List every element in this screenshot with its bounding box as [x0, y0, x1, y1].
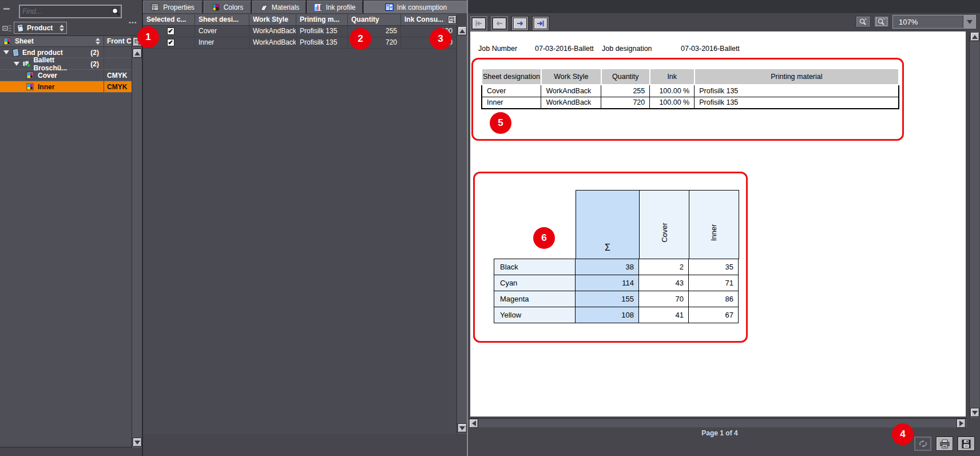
tree-scrollbar[interactable] — [132, 36, 142, 448]
first-page-button[interactable] — [470, 16, 487, 31]
tab-materials[interactable]: Materials — [252, 1, 306, 13]
tab-colors[interactable]: Colors — [204, 1, 251, 13]
tree-header[interactable]: Sheet Front C — [0, 36, 132, 47]
annotation-box-ink — [473, 172, 748, 343]
find-box[interactable] — [19, 5, 122, 18]
cmyk-sheet-icon — [26, 83, 35, 90]
annotation-circle-2: 2 — [350, 28, 371, 50]
zoom-level-select[interactable]: 107% — [892, 15, 976, 29]
column-header[interactable]: Selected c... — [143, 14, 195, 25]
refresh-icon — [918, 439, 928, 448]
tree-item-count: (2) — [90, 60, 104, 68]
table-row[interactable]: ✔ Inner WorkAndBack Profisilk 135 720 10… — [143, 37, 457, 49]
search-input[interactable] — [20, 7, 110, 15]
column-header[interactable]: Quantity — [348, 14, 401, 25]
product-sort-arrows-icon — [59, 25, 64, 31]
tab-properties[interactable]: Properties — [143, 1, 203, 13]
tree-item-label: Cover — [38, 72, 57, 80]
printing-material-cell: Profisilk 135 — [296, 26, 348, 37]
previous-page-icon — [495, 20, 503, 27]
zoom-in-icon — [859, 18, 868, 26]
expand-arrow-icon[interactable] — [14, 62, 19, 66]
collapse-tree-icon[interactable] — [2, 24, 12, 33]
tree-col2-header[interactable]: Front C — [104, 37, 132, 45]
tree-row-inner-selected[interactable]: Inner CMYK — [0, 81, 132, 93]
annotation-circle-1: 1 — [137, 26, 159, 48]
preview-horizontal-scrollbar[interactable] — [468, 418, 967, 427]
scroll-right-icon[interactable] — [957, 419, 966, 428]
printer-icon — [939, 439, 950, 449]
first-page-icon — [475, 20, 483, 27]
scroll-down-icon[interactable] — [970, 408, 979, 417]
scroll-down-icon[interactable] — [458, 423, 467, 433]
page-status: Page 1 of 4 — [640, 429, 800, 437]
sheet-selection-table: Selected c... Sheet desi... Work Style P… — [143, 14, 457, 434]
product-sidebar: ••• Product Sheet Front C — [0, 0, 143, 456]
properties-icon — [151, 3, 160, 11]
tab-label: Properties — [163, 3, 195, 11]
search-icon — [110, 7, 121, 16]
page-nav-toolbar — [470, 16, 549, 31]
zoom-in-button[interactable] — [856, 16, 871, 27]
tab-bar: Properties Colors Materials Ink profile … — [143, 0, 468, 13]
sheet-name-cell: Cover — [195, 26, 249, 37]
expand-arrow-icon[interactable] — [3, 50, 9, 54]
tree-scroll-up-icon[interactable] — [133, 49, 142, 58]
previous-page-button[interactable] — [491, 16, 508, 31]
column-header[interactable]: Printing m... — [296, 14, 348, 25]
tab-ink-profile[interactable]: Ink profile — [307, 1, 363, 13]
sheet-table-header[interactable]: Selected c... Sheet desi... Work Style P… — [143, 14, 457, 26]
materials-icon — [259, 4, 268, 11]
preview-vertical-scrollbar[interactable] — [969, 31, 979, 418]
panel-collapse-handle[interactable] — [3, 8, 10, 10]
tab-ink-consumption[interactable]: Ink consumption — [364, 1, 468, 13]
preview-top-strip — [468, 0, 980, 13]
table-row[interactable]: ✔ Cover WorkAndBack Profisilk 135 255 10… — [143, 26, 457, 37]
job-number-value: 07-03-2016-Ballett — [535, 45, 594, 53]
tree-scroll-down-icon[interactable] — [133, 438, 142, 447]
column-header[interactable]: Sheet desi... — [195, 14, 249, 25]
refresh-button[interactable] — [914, 437, 931, 451]
last-page-icon — [537, 20, 545, 27]
annotation-box-report — [471, 58, 904, 141]
report-actions — [914, 437, 975, 451]
scroll-left-icon[interactable] — [469, 419, 478, 428]
product-label: Product — [27, 24, 53, 32]
next-page-icon — [516, 20, 524, 27]
save-icon — [962, 439, 971, 449]
chevron-down-icon[interactable] — [963, 15, 975, 28]
scroll-up-icon[interactable] — [458, 26, 467, 35]
tab-label: Materials — [272, 3, 300, 11]
annotation-circle-4: 4 — [892, 423, 914, 445]
last-page-button[interactable] — [532, 16, 549, 31]
annotation-circle-5: 5 — [490, 112, 511, 134]
tree-item-label: End product — [22, 49, 63, 57]
zoom-value: 107% — [893, 18, 963, 26]
selected-checkbox[interactable]: ✔ — [167, 27, 174, 35]
tree-item-label: Inner — [38, 83, 54, 91]
selected-checkbox[interactable]: ✔ — [167, 39, 174, 46]
column-header[interactable]: Work Style — [249, 14, 296, 25]
tree-row-cover[interactable]: Cover CMYK — [0, 70, 132, 81]
tree-row-ballett[interactable]: Ballett Broschü... (2) — [0, 58, 132, 70]
tree-item-front: CMYK — [104, 72, 132, 80]
tab-label: Ink consumption — [397, 3, 447, 11]
next-page-button[interactable] — [511, 16, 529, 31]
zoom-out-button[interactable] — [874, 16, 889, 27]
job-designation-value: 07-03-2016-Ballett — [681, 45, 740, 53]
zoom-out-icon — [877, 18, 886, 26]
work-style-cell: WorkAndBack — [249, 37, 296, 48]
sheet-sort-arrows-icon[interactable] — [96, 38, 100, 45]
print-button[interactable] — [936, 437, 953, 451]
sheet-table-scrollbar[interactable] — [457, 26, 467, 434]
scroll-up-icon[interactable] — [970, 32, 979, 41]
end-product-icon — [12, 49, 19, 57]
save-button[interactable] — [958, 437, 975, 451]
printing-material-cell: Profisilk 135 — [296, 37, 348, 48]
splitter-dots[interactable]: ••• — [129, 19, 137, 26]
tree-item-front: CMYK — [104, 83, 132, 91]
cmyk-sheet-icon — [26, 72, 35, 79]
product-view-selector[interactable]: Product — [14, 22, 67, 34]
table-config-icon[interactable] — [448, 15, 457, 24]
job-number-label: Job Number — [478, 45, 517, 53]
